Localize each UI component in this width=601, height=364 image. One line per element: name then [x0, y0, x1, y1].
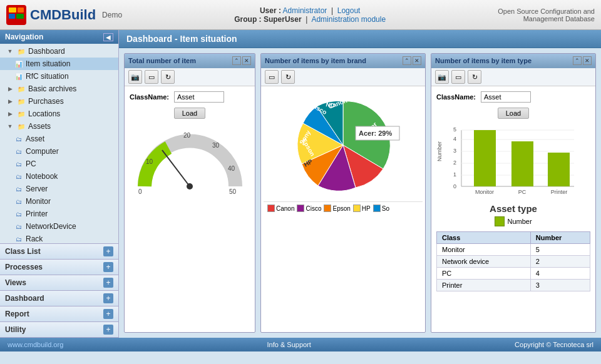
svg-text:50: 50	[229, 188, 237, 195]
nav-item-networkdevice[interactable]: 🗂 NetworkDevice	[0, 220, 118, 233]
svg-text:5: 5	[453, 126, 456, 133]
sidebar-section-report[interactable]: Report +	[0, 306, 118, 322]
nav-label-pc: PC	[26, 159, 36, 168]
nav-tree[interactable]: ▼ 📁 Dashboard 📊 Item situation 📊 RfC sit…	[0, 44, 118, 243]
panel2-header: Number of items by item brand ⌃ ✕	[261, 54, 425, 68]
panel2-refresh-btn[interactable]: ↻	[281, 70, 295, 84]
nav-label-rfc-situation: RfC situation	[26, 72, 69, 81]
logo-icon	[6, 5, 26, 25]
panel1-close-btn[interactable]: ✕	[242, 56, 251, 65]
panel3-body: ClassName: Load 0 1 2 3	[431, 86, 595, 332]
classlist-expand-btn[interactable]: +	[103, 246, 113, 256]
nav-item-rfc-situation[interactable]: 📊 RfC situation	[0, 70, 118, 83]
svg-text:1: 1	[453, 171, 456, 178]
nav-item-server[interactable]: 🗂 Server	[0, 183, 118, 195]
sidebar-section-utility[interactable]: Utility +	[0, 322, 118, 338]
utility-expand-btn[interactable]: +	[103, 325, 113, 335]
svg-text:0: 0	[138, 188, 142, 195]
panel1-body: ClassName: Load 0 10 20	[125, 86, 255, 332]
load-btn-3[interactable]: Load	[498, 108, 529, 119]
load-btn-1[interactable]: Load	[174, 108, 205, 119]
admin-module-link[interactable]: Administration module	[311, 15, 386, 24]
panel2-title: Number of items by item brand	[265, 57, 366, 64]
app-desc-line1: Open Source Configuration and	[498, 8, 595, 15]
panel2-edit-btn[interactable]: ▭	[265, 70, 279, 84]
panel2-expand-btn[interactable]: ⌃	[403, 56, 411, 65]
nav-item-assets[interactable]: ▼ 📁 Assets	[0, 120, 118, 133]
legend-hp: HP	[353, 205, 371, 212]
nav-label-locations: Locations	[28, 109, 60, 118]
nav-item-dashboard[interactable]: ▼ 📁 Dashboard	[0, 45, 118, 58]
panel1-refresh-btn[interactable]: ↻	[161, 70, 175, 84]
nav-item-monitor[interactable]: 🗂 Monitor	[0, 195, 118, 208]
report-section-label: Report	[5, 310, 29, 318]
panel1-expand-btn[interactable]: ⌃	[232, 56, 241, 65]
svg-text:Monitor: Monitor	[475, 189, 494, 195]
panel1-title: Total number of item	[128, 57, 196, 64]
panel3-expand-btn[interactable]: ⌃	[573, 56, 582, 65]
chart-icon-rfc: 📊	[14, 71, 24, 81]
item-icon-printer: 🗂	[14, 209, 24, 219]
sidebar-section-classlist[interactable]: Class List +	[0, 244, 118, 260]
svg-rect-0	[9, 8, 16, 13]
table-row: Network device2	[437, 256, 590, 268]
svg-rect-36	[474, 130, 496, 186]
legend-label-sony: So	[382, 205, 389, 212]
username-link[interactable]: Administrator	[283, 6, 327, 15]
panel2-close-btn[interactable]: ✕	[413, 56, 421, 65]
classname-input-1[interactable]	[174, 91, 224, 103]
nav-label-notebook: Notebook	[26, 172, 58, 181]
classname-label-1: ClassName:	[130, 93, 169, 101]
legend-color-cisco	[297, 205, 304, 212]
legend-color-sony	[373, 205, 381, 212]
panel-bar: Number of items by item type ⌃ ✕ 📷 ▭ ↻ C…	[431, 53, 596, 333]
header: CMDBuild Demo User : Administrator | Log…	[0, 0, 601, 30]
nav-item-locations[interactable]: ▶ 📁 Locations	[0, 108, 118, 120]
nav-item-computer[interactable]: 🗂 Computer	[0, 145, 118, 158]
nav-item-asset[interactable]: 🗂 Asset	[0, 133, 118, 145]
table-cell-number: 2	[530, 256, 590, 268]
sidebar-section-processes[interactable]: Processes +	[0, 260, 118, 275]
nav-item-pc[interactable]: 🗂 PC	[0, 158, 118, 170]
report-expand-btn[interactable]: +	[103, 309, 113, 319]
nav-item-item-situation[interactable]: 📊 Item situation	[0, 58, 118, 70]
folder-icon-purchases: 📁	[16, 96, 26, 106]
legend-sony: So	[373, 205, 389, 212]
classname-input-3[interactable]	[481, 91, 531, 103]
number-legend-label: Number	[507, 218, 532, 225]
sidebar-section-dashboard[interactable]: Dashboard +	[0, 291, 118, 306]
main-layout: Navigation ◀ ▼ 📁 Dashboard 📊 Item situat…	[0, 30, 601, 338]
sidebar-collapse-btn[interactable]: ◀	[103, 33, 113, 41]
panel3-add-btn[interactable]: 📷	[435, 70, 449, 84]
panel1-add-btn[interactable]: 📷	[128, 70, 142, 84]
panel3-close-btn[interactable]: ✕	[583, 56, 592, 65]
demo-label: Demo	[102, 11, 122, 19]
nav-item-purchases[interactable]: ▶ 📁 Purchases	[0, 95, 118, 108]
svg-rect-3	[16, 14, 24, 19]
dashboard-section-label: Dashboard	[5, 294, 44, 303]
footer-website-link[interactable]: www.cmdbuild.org	[8, 341, 63, 348]
sidebar: Navigation ◀ ▼ 📁 Dashboard 📊 Item situat…	[0, 30, 119, 338]
item-icon-pc: 🗂	[14, 159, 24, 169]
svg-text:2: 2	[453, 159, 456, 166]
panel1-edit-btn[interactable]: ▭	[145, 70, 158, 84]
item-icon-asset: 🗂	[14, 134, 24, 144]
sidebar-section-views[interactable]: Views +	[0, 275, 118, 291]
panel-pie: Number of items by item brand ⌃ ✕ ▭ ↻	[260, 53, 426, 333]
nav-item-printer[interactable]: 🗂 Printer	[0, 208, 118, 220]
footer-center: Info & Support	[267, 341, 311, 348]
gauge-form: ClassName:	[130, 91, 250, 103]
legend-label-hp: HP	[362, 205, 371, 212]
nav-item-rack[interactable]: 🗂 Rack	[0, 233, 118, 243]
panel3-edit-btn[interactable]: ▭	[451, 70, 465, 84]
svg-text:10: 10	[146, 158, 153, 165]
panel3-refresh-btn[interactable]: ↻	[468, 70, 481, 84]
logout-link[interactable]: Logout	[337, 6, 361, 15]
nav-item-basic-archives[interactable]: ▶ 📁 Basic archives	[0, 83, 118, 95]
folder-icon-basic: 📁	[16, 84, 26, 94]
dashboard-panels: Total number of item ⌃ ✕ 📷 ▭ ↻ ClassName…	[119, 48, 601, 338]
dashboard-expand-btn[interactable]: +	[103, 293, 113, 303]
views-expand-btn[interactable]: +	[103, 278, 113, 288]
nav-item-notebook[interactable]: 🗂 Notebook	[0, 170, 118, 183]
processes-expand-btn[interactable]: +	[103, 262, 113, 272]
